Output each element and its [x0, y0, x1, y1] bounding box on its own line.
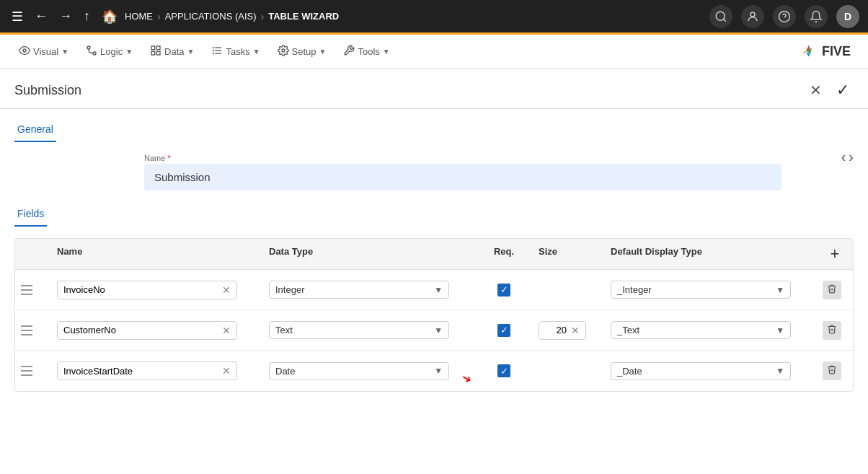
- row2-drag[interactable]: [15, 319, 51, 342]
- next-arrow[interactable]: ›: [849, 149, 854, 165]
- toolbar-data[interactable]: Data ▼: [143, 40, 201, 63]
- row3-datatype-select[interactable]: Date ▼: [269, 362, 449, 380]
- row1-display-select[interactable]: _Integer ▼: [611, 281, 791, 299]
- row3-display-arrow: ▼: [776, 366, 784, 376]
- row3-datatype-arrow: ▼: [434, 366, 443, 376]
- svg-point-0: [716, 12, 725, 20]
- row2-size-input[interactable]: [545, 325, 567, 335]
- user-btn[interactable]: [741, 5, 764, 28]
- row2-datatype-cell: Text ▼: [263, 315, 475, 345]
- svg-rect-9: [156, 46, 160, 50]
- row1-req-checkbox[interactable]: ✓: [497, 284, 510, 297]
- panel-actions: ✕ ✓: [805, 79, 854, 101]
- row2-datatype-val: Text: [275, 325, 431, 335]
- setup-dropdown-icon: ▼: [319, 48, 327, 56]
- row1-drag[interactable]: [15, 278, 51, 302]
- menu-icon[interactable]: ☰: [9, 6, 26, 27]
- tab-general[interactable]: General: [14, 118, 56, 142]
- tasks-icon: [211, 45, 223, 58]
- toolbar-tasks-label: Tasks: [226, 46, 249, 57]
- row2-name-input[interactable]: [63, 325, 218, 335]
- row1-datatype-select[interactable]: Integer ▼: [269, 281, 449, 299]
- row2-datatype-select[interactable]: Text ▼: [269, 321, 449, 339]
- notifications-btn[interactable]: [805, 5, 828, 28]
- row1-clear-btn[interactable]: ✕: [222, 284, 231, 296]
- drag-handle-3[interactable]: [21, 365, 32, 377]
- checkbox-check-icon: ✓: [500, 284, 508, 295]
- up-icon[interactable]: ↑: [81, 6, 93, 27]
- th-datatype: Data Type: [263, 239, 475, 269]
- tab-fields[interactable]: Fields: [14, 202, 47, 227]
- row1-delete-btn[interactable]: [823, 281, 841, 299]
- user-avatar[interactable]: D: [836, 5, 859, 28]
- row3-req-cell: ➜ ✓: [475, 359, 533, 383]
- breadcrumb-sep-1: ›: [157, 11, 161, 22]
- row2-display-arrow: ▼: [776, 325, 784, 335]
- row2-req-checkbox[interactable]: ✓: [497, 324, 510, 337]
- breadcrumb-applications[interactable]: APPLICATIONS (AIS): [165, 11, 257, 22]
- help-btn[interactable]: [773, 5, 796, 28]
- row1-datatype-arrow: ▼: [434, 285, 443, 295]
- toolbar-setup[interactable]: Setup ▼: [270, 40, 334, 63]
- row3-drag[interactable]: [15, 359, 51, 382]
- breadcrumb: 🏠 HOME › APPLICATIONS (AIS) › TABLE WIZA…: [99, 6, 704, 27]
- checkbox-check-icon: ✓: [500, 366, 508, 377]
- toolbar-logic[interactable]: Logic ▼: [79, 40, 140, 63]
- row2-clear-btn[interactable]: ✕: [222, 325, 231, 336]
- row3-name-input[interactable]: [63, 366, 218, 377]
- breadcrumb-sep-2: ›: [261, 11, 265, 22]
- nav-arrows: ‹ ›: [841, 149, 854, 165]
- row1-req-checkbox-wrap: ✓: [481, 284, 527, 297]
- row2-req-checkbox-wrap: ✓: [481, 324, 527, 337]
- add-field-button[interactable]: +: [831, 246, 840, 262]
- breadcrumb-table-wizard[interactable]: TABLE WIZARD: [268, 11, 339, 22]
- th-drag: [15, 239, 51, 269]
- toolbar-visual[interactable]: Visual ▼: [12, 40, 76, 63]
- close-button[interactable]: ✕: [805, 80, 826, 100]
- row2-size-clear-btn[interactable]: ✕: [571, 325, 580, 336]
- row3-delete-btn[interactable]: [823, 361, 841, 380]
- tasks-dropdown-icon: ▼: [253, 48, 260, 56]
- back-icon[interactable]: ←: [32, 6, 50, 27]
- row1-req-cell: ✓: [475, 278, 533, 302]
- toolbar-tasks[interactable]: Tasks ▼: [204, 40, 267, 63]
- confirm-button[interactable]: ✓: [832, 79, 854, 101]
- row3-display-select[interactable]: _Date ▼: [611, 362, 791, 380]
- data-icon: [150, 45, 161, 58]
- svg-rect-10: [151, 51, 155, 55]
- row3-req-checkbox[interactable]: ✓: [497, 364, 510, 377]
- toolbar-logic-label: Logic: [100, 46, 123, 57]
- table-header: Name Data Type Req. Size Default Display…: [15, 239, 853, 270]
- fields-table: Name Data Type Req. Size Default Display…: [14, 238, 854, 392]
- row1-display-arrow: ▼: [776, 285, 784, 295]
- prev-arrow[interactable]: ‹: [841, 149, 846, 165]
- svg-rect-11: [156, 51, 160, 55]
- row3-name-cell: ✕: [51, 356, 263, 386]
- svg-point-15: [282, 49, 285, 52]
- top-nav-right: D: [709, 5, 859, 28]
- drag-handle-2[interactable]: [21, 325, 32, 336]
- row2-display-val: _Text: [617, 325, 773, 335]
- row3-clear-btn[interactable]: ✕: [222, 365, 231, 377]
- row3-name-input-wrap: ✕: [57, 361, 237, 380]
- row2-display-select[interactable]: _Text ▼: [611, 321, 791, 339]
- row2-delete-btn[interactable]: [823, 321, 841, 340]
- row1-name-input[interactable]: [63, 284, 218, 295]
- visual-dropdown-icon: ▼: [61, 48, 68, 56]
- checkbox-check-icon: ✓: [500, 325, 508, 335]
- forward-icon[interactable]: →: [56, 6, 75, 27]
- th-name: Name: [51, 239, 263, 269]
- name-input[interactable]: [154, 171, 771, 183]
- row2-name-input-wrap: ✕: [57, 321, 237, 340]
- toolbar-tools-label: Tools: [358, 46, 379, 57]
- eye-icon: [19, 45, 30, 58]
- search-btn[interactable]: [709, 5, 732, 28]
- row2-req-cell: ✓: [475, 318, 533, 343]
- top-navigation: ☰ ← → ↑ 🏠 HOME › APPLICATIONS (AIS) › TA…: [0, 0, 868, 35]
- toolbar-tools[interactable]: Tools ▼: [336, 40, 397, 63]
- tools-dropdown-icon: ▼: [383, 48, 390, 56]
- breadcrumb-home[interactable]: HOME: [125, 11, 153, 22]
- row2-delete-cell: [817, 315, 853, 346]
- row2-size-input-wrap: ✕: [539, 321, 586, 340]
- drag-handle-1[interactable]: [21, 284, 32, 296]
